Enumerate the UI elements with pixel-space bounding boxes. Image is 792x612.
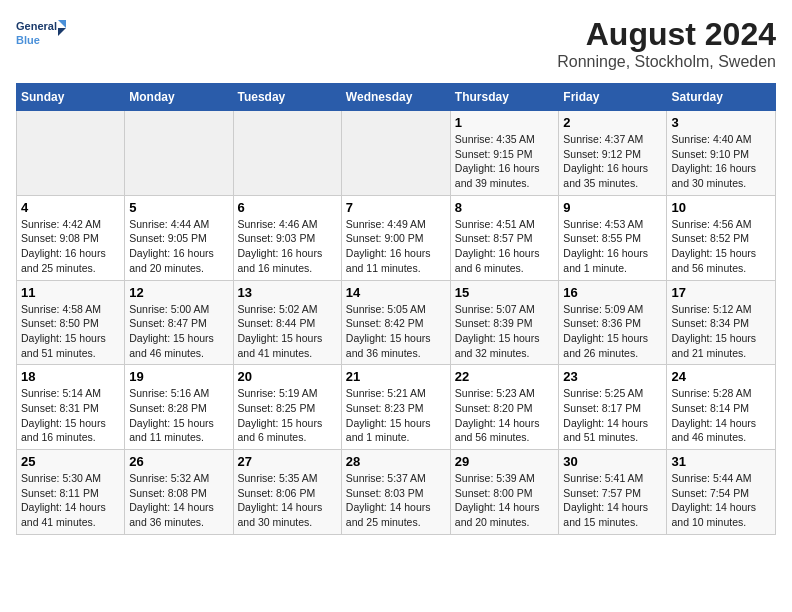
calendar-cell: 27Sunrise: 5:35 AMSunset: 8:06 PMDayligh… <box>233 450 341 535</box>
day-number: 4 <box>21 200 120 215</box>
day-number: 27 <box>238 454 337 469</box>
calendar-cell: 18Sunrise: 5:14 AMSunset: 8:31 PMDayligh… <box>17 365 125 450</box>
calendar-cell: 1Sunrise: 4:35 AMSunset: 9:15 PMDaylight… <box>450 111 559 196</box>
subtitle: Ronninge, Stockholm, Sweden <box>557 53 776 71</box>
day-info: Sunrise: 5:00 AMSunset: 8:47 PMDaylight:… <box>129 302 228 361</box>
day-info: Sunrise: 5:25 AMSunset: 8:17 PMDaylight:… <box>563 386 662 445</box>
page-header: General Blue August 2024 Ronninge, Stock… <box>16 16 776 71</box>
weekday-header-thursday: Thursday <box>450 84 559 111</box>
calendar-week-row: 18Sunrise: 5:14 AMSunset: 8:31 PMDayligh… <box>17 365 776 450</box>
day-number: 30 <box>563 454 662 469</box>
calendar-cell: 16Sunrise: 5:09 AMSunset: 8:36 PMDayligh… <box>559 280 667 365</box>
day-number: 9 <box>563 200 662 215</box>
day-number: 3 <box>671 115 771 130</box>
calendar-cell: 3Sunrise: 4:40 AMSunset: 9:10 PMDaylight… <box>667 111 776 196</box>
calendar-cell: 29Sunrise: 5:39 AMSunset: 8:00 PMDayligh… <box>450 450 559 535</box>
day-number: 16 <box>563 285 662 300</box>
day-number: 29 <box>455 454 555 469</box>
day-info: Sunrise: 5:28 AMSunset: 8:14 PMDaylight:… <box>671 386 771 445</box>
calendar-cell: 14Sunrise: 5:05 AMSunset: 8:42 PMDayligh… <box>341 280 450 365</box>
calendar-cell: 19Sunrise: 5:16 AMSunset: 8:28 PMDayligh… <box>125 365 233 450</box>
calendar-cell: 9Sunrise: 4:53 AMSunset: 8:55 PMDaylight… <box>559 195 667 280</box>
calendar-cell: 6Sunrise: 4:46 AMSunset: 9:03 PMDaylight… <box>233 195 341 280</box>
day-info: Sunrise: 4:40 AMSunset: 9:10 PMDaylight:… <box>671 132 771 191</box>
svg-text:Blue: Blue <box>16 34 40 46</box>
day-info: Sunrise: 4:49 AMSunset: 9:00 PMDaylight:… <box>346 217 446 276</box>
day-number: 21 <box>346 369 446 384</box>
day-number: 19 <box>129 369 228 384</box>
weekday-header-tuesday: Tuesday <box>233 84 341 111</box>
weekday-header-monday: Monday <box>125 84 233 111</box>
day-number: 20 <box>238 369 337 384</box>
calendar-cell: 20Sunrise: 5:19 AMSunset: 8:25 PMDayligh… <box>233 365 341 450</box>
svg-marker-3 <box>58 28 66 36</box>
calendar-cell: 13Sunrise: 5:02 AMSunset: 8:44 PMDayligh… <box>233 280 341 365</box>
calendar-cell: 11Sunrise: 4:58 AMSunset: 8:50 PMDayligh… <box>17 280 125 365</box>
day-info: Sunrise: 4:56 AMSunset: 8:52 PMDaylight:… <box>671 217 771 276</box>
weekday-header-saturday: Saturday <box>667 84 776 111</box>
day-info: Sunrise: 5:09 AMSunset: 8:36 PMDaylight:… <box>563 302 662 361</box>
day-number: 31 <box>671 454 771 469</box>
calendar-cell: 4Sunrise: 4:42 AMSunset: 9:08 PMDaylight… <box>17 195 125 280</box>
calendar-cell: 22Sunrise: 5:23 AMSunset: 8:20 PMDayligh… <box>450 365 559 450</box>
calendar-week-row: 25Sunrise: 5:30 AMSunset: 8:11 PMDayligh… <box>17 450 776 535</box>
day-number: 24 <box>671 369 771 384</box>
day-info: Sunrise: 5:12 AMSunset: 8:34 PMDaylight:… <box>671 302 771 361</box>
day-info: Sunrise: 5:21 AMSunset: 8:23 PMDaylight:… <box>346 386 446 445</box>
logo: General Blue <box>16 16 70 52</box>
day-info: Sunrise: 5:41 AMSunset: 7:57 PMDaylight:… <box>563 471 662 530</box>
day-info: Sunrise: 4:58 AMSunset: 8:50 PMDaylight:… <box>21 302 120 361</box>
calendar-cell: 31Sunrise: 5:44 AMSunset: 7:54 PMDayligh… <box>667 450 776 535</box>
calendar-table: SundayMondayTuesdayWednesdayThursdayFrid… <box>16 83 776 535</box>
day-info: Sunrise: 5:32 AMSunset: 8:08 PMDaylight:… <box>129 471 228 530</box>
calendar-cell: 21Sunrise: 5:21 AMSunset: 8:23 PMDayligh… <box>341 365 450 450</box>
weekday-header-wednesday: Wednesday <box>341 84 450 111</box>
day-info: Sunrise: 4:51 AMSunset: 8:57 PMDaylight:… <box>455 217 555 276</box>
weekday-header-friday: Friday <box>559 84 667 111</box>
calendar-cell: 10Sunrise: 4:56 AMSunset: 8:52 PMDayligh… <box>667 195 776 280</box>
day-info: Sunrise: 5:23 AMSunset: 8:20 PMDaylight:… <box>455 386 555 445</box>
day-number: 6 <box>238 200 337 215</box>
calendar-cell: 5Sunrise: 4:44 AMSunset: 9:05 PMDaylight… <box>125 195 233 280</box>
day-number: 10 <box>671 200 771 215</box>
calendar-cell: 17Sunrise: 5:12 AMSunset: 8:34 PMDayligh… <box>667 280 776 365</box>
calendar-cell: 26Sunrise: 5:32 AMSunset: 8:08 PMDayligh… <box>125 450 233 535</box>
day-info: Sunrise: 5:19 AMSunset: 8:25 PMDaylight:… <box>238 386 337 445</box>
day-info: Sunrise: 5:44 AMSunset: 7:54 PMDaylight:… <box>671 471 771 530</box>
day-number: 26 <box>129 454 228 469</box>
day-info: Sunrise: 4:46 AMSunset: 9:03 PMDaylight:… <box>238 217 337 276</box>
calendar-cell <box>233 111 341 196</box>
day-info: Sunrise: 4:35 AMSunset: 9:15 PMDaylight:… <box>455 132 555 191</box>
day-info: Sunrise: 5:05 AMSunset: 8:42 PMDaylight:… <box>346 302 446 361</box>
day-info: Sunrise: 5:30 AMSunset: 8:11 PMDaylight:… <box>21 471 120 530</box>
day-info: Sunrise: 4:53 AMSunset: 8:55 PMDaylight:… <box>563 217 662 276</box>
logo-svg: General Blue <box>16 16 66 52</box>
day-number: 2 <box>563 115 662 130</box>
main-title: August 2024 <box>557 16 776 53</box>
day-number: 12 <box>129 285 228 300</box>
svg-marker-2 <box>58 20 66 28</box>
day-info: Sunrise: 5:16 AMSunset: 8:28 PMDaylight:… <box>129 386 228 445</box>
calendar-cell: 7Sunrise: 4:49 AMSunset: 9:00 PMDaylight… <box>341 195 450 280</box>
svg-text:General: General <box>16 20 57 32</box>
calendar-cell: 30Sunrise: 5:41 AMSunset: 7:57 PMDayligh… <box>559 450 667 535</box>
calendar-cell <box>125 111 233 196</box>
day-number: 11 <box>21 285 120 300</box>
day-info: Sunrise: 4:44 AMSunset: 9:05 PMDaylight:… <box>129 217 228 276</box>
day-number: 23 <box>563 369 662 384</box>
calendar-cell: 15Sunrise: 5:07 AMSunset: 8:39 PMDayligh… <box>450 280 559 365</box>
day-number: 1 <box>455 115 555 130</box>
calendar-cell: 8Sunrise: 4:51 AMSunset: 8:57 PMDaylight… <box>450 195 559 280</box>
day-number: 8 <box>455 200 555 215</box>
day-number: 25 <box>21 454 120 469</box>
day-number: 15 <box>455 285 555 300</box>
calendar-cell: 2Sunrise: 4:37 AMSunset: 9:12 PMDaylight… <box>559 111 667 196</box>
day-number: 13 <box>238 285 337 300</box>
day-info: Sunrise: 5:39 AMSunset: 8:00 PMDaylight:… <box>455 471 555 530</box>
calendar-week-row: 4Sunrise: 4:42 AMSunset: 9:08 PMDaylight… <box>17 195 776 280</box>
day-number: 22 <box>455 369 555 384</box>
day-info: Sunrise: 5:37 AMSunset: 8:03 PMDaylight:… <box>346 471 446 530</box>
calendar-cell <box>341 111 450 196</box>
day-number: 17 <box>671 285 771 300</box>
calendar-cell: 23Sunrise: 5:25 AMSunset: 8:17 PMDayligh… <box>559 365 667 450</box>
